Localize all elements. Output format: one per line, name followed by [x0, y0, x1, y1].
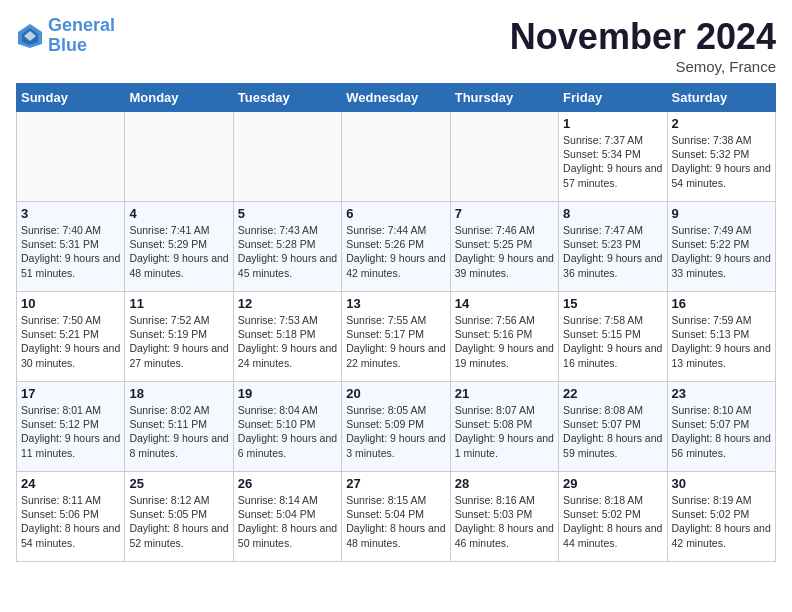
col-header-thursday: Thursday [450, 84, 558, 112]
day-number: 12 [238, 296, 337, 311]
day-number: 29 [563, 476, 662, 491]
header-row: SundayMondayTuesdayWednesdayThursdayFrid… [17, 84, 776, 112]
day-number: 6 [346, 206, 445, 221]
day-info: Sunrise: 8:14 AM Sunset: 5:04 PM Dayligh… [238, 493, 337, 550]
day-cell: 18Sunrise: 8:02 AM Sunset: 5:11 PM Dayli… [125, 382, 233, 472]
day-number: 23 [672, 386, 771, 401]
day-cell: 1Sunrise: 7:37 AM Sunset: 5:34 PM Daylig… [559, 112, 667, 202]
day-number: 3 [21, 206, 120, 221]
day-cell: 10Sunrise: 7:50 AM Sunset: 5:21 PM Dayli… [17, 292, 125, 382]
day-number: 28 [455, 476, 554, 491]
day-info: Sunrise: 7:50 AM Sunset: 5:21 PM Dayligh… [21, 313, 120, 370]
day-info: Sunrise: 8:11 AM Sunset: 5:06 PM Dayligh… [21, 493, 120, 550]
week-row-3: 10Sunrise: 7:50 AM Sunset: 5:21 PM Dayli… [17, 292, 776, 382]
day-info: Sunrise: 8:05 AM Sunset: 5:09 PM Dayligh… [346, 403, 445, 460]
day-cell [342, 112, 450, 202]
day-cell: 4Sunrise: 7:41 AM Sunset: 5:29 PM Daylig… [125, 202, 233, 292]
day-number: 17 [21, 386, 120, 401]
day-cell [450, 112, 558, 202]
day-cell [125, 112, 233, 202]
day-info: Sunrise: 8:10 AM Sunset: 5:07 PM Dayligh… [672, 403, 771, 460]
title-block: November 2024 Semoy, France [510, 16, 776, 75]
day-cell: 12Sunrise: 7:53 AM Sunset: 5:18 PM Dayli… [233, 292, 341, 382]
logo-text: General Blue [48, 16, 115, 56]
day-number: 27 [346, 476, 445, 491]
day-cell [233, 112, 341, 202]
day-number: 19 [238, 386, 337, 401]
day-info: Sunrise: 8:12 AM Sunset: 5:05 PM Dayligh… [129, 493, 228, 550]
day-number: 30 [672, 476, 771, 491]
day-info: Sunrise: 8:16 AM Sunset: 5:03 PM Dayligh… [455, 493, 554, 550]
day-number: 11 [129, 296, 228, 311]
day-info: Sunrise: 8:04 AM Sunset: 5:10 PM Dayligh… [238, 403, 337, 460]
month-title: November 2024 [510, 16, 776, 58]
day-info: Sunrise: 7:38 AM Sunset: 5:32 PM Dayligh… [672, 133, 771, 190]
day-info: Sunrise: 8:18 AM Sunset: 5:02 PM Dayligh… [563, 493, 662, 550]
day-cell: 3Sunrise: 7:40 AM Sunset: 5:31 PM Daylig… [17, 202, 125, 292]
day-cell: 2Sunrise: 7:38 AM Sunset: 5:32 PM Daylig… [667, 112, 775, 202]
day-info: Sunrise: 7:58 AM Sunset: 5:15 PM Dayligh… [563, 313, 662, 370]
day-info: Sunrise: 7:43 AM Sunset: 5:28 PM Dayligh… [238, 223, 337, 280]
day-cell: 17Sunrise: 8:01 AM Sunset: 5:12 PM Dayli… [17, 382, 125, 472]
day-number: 5 [238, 206, 337, 221]
day-info: Sunrise: 8:07 AM Sunset: 5:08 PM Dayligh… [455, 403, 554, 460]
week-row-2: 3Sunrise: 7:40 AM Sunset: 5:31 PM Daylig… [17, 202, 776, 292]
col-header-friday: Friday [559, 84, 667, 112]
day-number: 20 [346, 386, 445, 401]
day-number: 1 [563, 116, 662, 131]
day-info: Sunrise: 8:01 AM Sunset: 5:12 PM Dayligh… [21, 403, 120, 460]
day-cell: 27Sunrise: 8:15 AM Sunset: 5:04 PM Dayli… [342, 472, 450, 562]
day-cell: 30Sunrise: 8:19 AM Sunset: 5:02 PM Dayli… [667, 472, 775, 562]
day-cell: 29Sunrise: 8:18 AM Sunset: 5:02 PM Dayli… [559, 472, 667, 562]
day-number: 14 [455, 296, 554, 311]
calendar-table: SundayMondayTuesdayWednesdayThursdayFrid… [16, 83, 776, 562]
day-number: 8 [563, 206, 662, 221]
day-cell: 23Sunrise: 8:10 AM Sunset: 5:07 PM Dayli… [667, 382, 775, 472]
page-header: General Blue November 2024 Semoy, France [16, 16, 776, 75]
week-row-4: 17Sunrise: 8:01 AM Sunset: 5:12 PM Dayli… [17, 382, 776, 472]
day-number: 21 [455, 386, 554, 401]
day-number: 24 [21, 476, 120, 491]
day-info: Sunrise: 7:40 AM Sunset: 5:31 PM Dayligh… [21, 223, 120, 280]
day-info: Sunrise: 7:53 AM Sunset: 5:18 PM Dayligh… [238, 313, 337, 370]
week-row-1: 1Sunrise: 7:37 AM Sunset: 5:34 PM Daylig… [17, 112, 776, 202]
day-info: Sunrise: 7:49 AM Sunset: 5:22 PM Dayligh… [672, 223, 771, 280]
day-cell: 20Sunrise: 8:05 AM Sunset: 5:09 PM Dayli… [342, 382, 450, 472]
day-number: 13 [346, 296, 445, 311]
day-info: Sunrise: 7:52 AM Sunset: 5:19 PM Dayligh… [129, 313, 228, 370]
day-cell: 25Sunrise: 8:12 AM Sunset: 5:05 PM Dayli… [125, 472, 233, 562]
day-number: 7 [455, 206, 554, 221]
day-info: Sunrise: 7:55 AM Sunset: 5:17 PM Dayligh… [346, 313, 445, 370]
day-cell: 21Sunrise: 8:07 AM Sunset: 5:08 PM Dayli… [450, 382, 558, 472]
day-cell [17, 112, 125, 202]
day-number: 10 [21, 296, 120, 311]
day-cell: 22Sunrise: 8:08 AM Sunset: 5:07 PM Dayli… [559, 382, 667, 472]
logo-icon [16, 22, 44, 50]
day-cell: 26Sunrise: 8:14 AM Sunset: 5:04 PM Dayli… [233, 472, 341, 562]
day-info: Sunrise: 8:15 AM Sunset: 5:04 PM Dayligh… [346, 493, 445, 550]
location: Semoy, France [510, 58, 776, 75]
day-cell: 6Sunrise: 7:44 AM Sunset: 5:26 PM Daylig… [342, 202, 450, 292]
day-cell: 7Sunrise: 7:46 AM Sunset: 5:25 PM Daylig… [450, 202, 558, 292]
day-info: Sunrise: 7:56 AM Sunset: 5:16 PM Dayligh… [455, 313, 554, 370]
day-cell: 8Sunrise: 7:47 AM Sunset: 5:23 PM Daylig… [559, 202, 667, 292]
day-number: 26 [238, 476, 337, 491]
day-number: 2 [672, 116, 771, 131]
day-info: Sunrise: 7:41 AM Sunset: 5:29 PM Dayligh… [129, 223, 228, 280]
day-cell: 19Sunrise: 8:04 AM Sunset: 5:10 PM Dayli… [233, 382, 341, 472]
day-number: 15 [563, 296, 662, 311]
day-cell: 24Sunrise: 8:11 AM Sunset: 5:06 PM Dayli… [17, 472, 125, 562]
day-info: Sunrise: 7:47 AM Sunset: 5:23 PM Dayligh… [563, 223, 662, 280]
day-number: 18 [129, 386, 228, 401]
day-cell: 16Sunrise: 7:59 AM Sunset: 5:13 PM Dayli… [667, 292, 775, 382]
day-number: 4 [129, 206, 228, 221]
day-cell: 14Sunrise: 7:56 AM Sunset: 5:16 PM Dayli… [450, 292, 558, 382]
day-info: Sunrise: 7:46 AM Sunset: 5:25 PM Dayligh… [455, 223, 554, 280]
col-header-saturday: Saturday [667, 84, 775, 112]
day-cell: 15Sunrise: 7:58 AM Sunset: 5:15 PM Dayli… [559, 292, 667, 382]
day-info: Sunrise: 7:44 AM Sunset: 5:26 PM Dayligh… [346, 223, 445, 280]
day-cell: 5Sunrise: 7:43 AM Sunset: 5:28 PM Daylig… [233, 202, 341, 292]
day-cell: 13Sunrise: 7:55 AM Sunset: 5:17 PM Dayli… [342, 292, 450, 382]
day-info: Sunrise: 7:37 AM Sunset: 5:34 PM Dayligh… [563, 133, 662, 190]
day-cell: 9Sunrise: 7:49 AM Sunset: 5:22 PM Daylig… [667, 202, 775, 292]
